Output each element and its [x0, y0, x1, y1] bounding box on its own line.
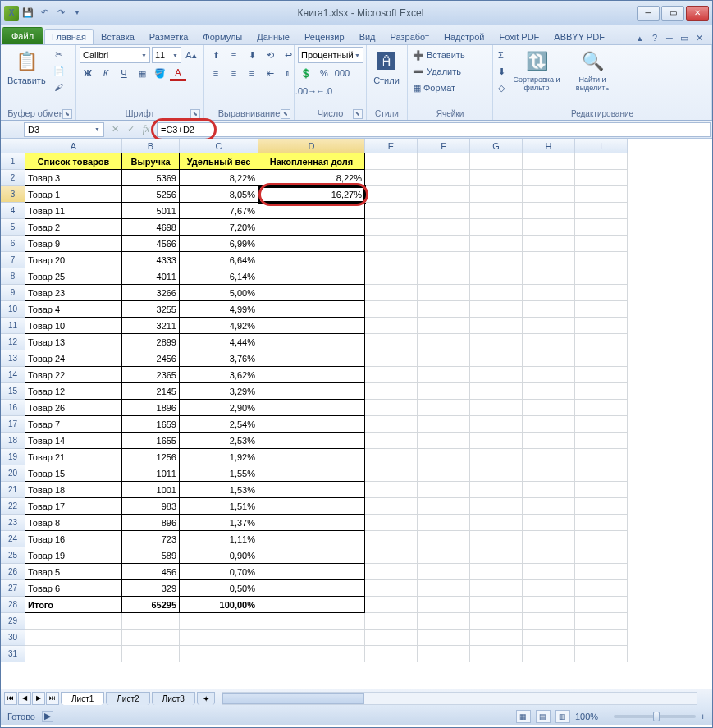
- wb-maximize-icon[interactable]: ▭: [678, 31, 691, 44]
- header-b[interactable]: Выручка: [122, 153, 180, 170]
- cell-total-c[interactable]: 100,00%: [180, 597, 258, 613]
- row-header[interactable]: 2: [1, 170, 25, 186]
- cell[interactable]: 4,92%: [180, 318, 258, 334]
- cell[interactable]: 2,90%: [180, 400, 258, 416]
- tab-developer[interactable]: Разработ: [383, 29, 436, 44]
- row-header[interactable]: 18: [1, 433, 25, 449]
- decrease-decimal-icon[interactable]: ←.0: [316, 83, 332, 99]
- cell[interactable]: 5,00%: [180, 285, 258, 301]
- align-dialog-icon[interactable]: ⬊: [281, 109, 290, 119]
- cell[interactable]: Товар 3: [25, 170, 122, 186]
- align-middle-icon[interactable]: ≡: [226, 47, 242, 63]
- row-header[interactable]: 14: [1, 367, 25, 383]
- cell[interactable]: Товар 25: [25, 268, 122, 285]
- save-button[interactable]: 💾: [21, 6, 35, 21]
- cell[interactable]: 1,55%: [180, 465, 258, 482]
- cell[interactable]: 1,51%: [180, 498, 258, 515]
- cell[interactable]: [258, 285, 365, 301]
- cell[interactable]: 6,64%: [180, 252, 258, 268]
- cell[interactable]: 2899: [122, 334, 180, 350]
- cancel-formula-icon[interactable]: ✕: [107, 122, 122, 137]
- number-dialog-icon[interactable]: ⬊: [353, 109, 363, 119]
- cell[interactable]: [258, 597, 365, 613]
- font-name-combo[interactable]: Calibri▼: [80, 47, 150, 63]
- underline-button[interactable]: Ч: [116, 65, 132, 81]
- cell[interactable]: 1659: [122, 416, 180, 433]
- col-B[interactable]: B: [122, 139, 180, 153]
- col-D[interactable]: D: [258, 139, 365, 153]
- font-color-button[interactable]: A: [170, 65, 186, 81]
- decrease-indent-icon[interactable]: ⇤: [262, 65, 278, 81]
- cell[interactable]: 5256: [122, 186, 180, 203]
- redo-button[interactable]: ↷: [53, 6, 68, 21]
- row-header[interactable]: 4: [1, 203, 25, 219]
- row-header[interactable]: 10: [1, 301, 25, 318]
- row-header[interactable]: 16: [1, 400, 25, 416]
- cell[interactable]: 456: [122, 564, 180, 580]
- cell[interactable]: 1655: [122, 433, 180, 449]
- cell[interactable]: [258, 268, 365, 285]
- wrap-text-icon[interactable]: ↩: [280, 47, 296, 63]
- cell[interactable]: 4333: [122, 252, 180, 268]
- row-header[interactable]: 27: [1, 580, 25, 597]
- tab-layout[interactable]: Разметка: [142, 29, 196, 44]
- cell[interactable]: 5011: [122, 203, 180, 219]
- cell[interactable]: [258, 236, 365, 252]
- help-icon[interactable]: ?: [648, 31, 661, 44]
- format-cells-button[interactable]: ▦Формат: [411, 80, 467, 96]
- cell[interactable]: Товар 11: [25, 203, 122, 219]
- header-a[interactable]: Список товаров: [25, 153, 122, 170]
- zoom-slider[interactable]: [614, 715, 696, 718]
- cell[interactable]: 16,27%: [258, 186, 365, 203]
- cell[interactable]: Товар 9: [25, 236, 122, 252]
- cell[interactable]: Товар 15: [25, 465, 122, 482]
- cell[interactable]: 2,53%: [180, 433, 258, 449]
- cell[interactable]: 6,14%: [180, 268, 258, 285]
- cell[interactable]: 1,11%: [180, 531, 258, 547]
- select-all-corner[interactable]: [1, 139, 25, 153]
- fx-icon[interactable]: fx: [139, 122, 153, 137]
- row-header[interactable]: 25: [1, 547, 25, 564]
- row-header[interactable]: 17: [1, 416, 25, 433]
- cell[interactable]: 0,90%: [180, 547, 258, 564]
- tab-file[interactable]: Файл: [2, 27, 43, 44]
- delete-cells-button[interactable]: ➖Удалить: [411, 63, 467, 80]
- cell[interactable]: 8,22%: [180, 170, 258, 186]
- cell[interactable]: 3,62%: [180, 367, 258, 383]
- row-header[interactable]: 8: [1, 268, 25, 285]
- orientation-icon[interactable]: ⟲: [262, 47, 278, 63]
- find-select-button[interactable]: 🔍 Найти и выделить: [566, 47, 619, 94]
- undo-button[interactable]: ↶: [37, 6, 52, 21]
- row-header[interactable]: 22: [1, 498, 25, 515]
- cell[interactable]: [258, 580, 365, 597]
- row-header[interactable]: 31: [1, 646, 25, 662]
- row-header[interactable]: 12: [1, 334, 25, 350]
- cell[interactable]: Товар 8: [25, 515, 122, 531]
- cell[interactable]: Товар 24: [25, 350, 122, 367]
- cell[interactable]: 723: [122, 531, 180, 547]
- cell[interactable]: [258, 383, 365, 400]
- sheet-next-icon[interactable]: ▶: [32, 692, 45, 705]
- excel-icon[interactable]: X: [4, 6, 19, 21]
- cell[interactable]: [258, 367, 365, 383]
- sort-filter-button[interactable]: 🔃 Сортировка и фильтр: [509, 47, 564, 94]
- sheet-tab-1[interactable]: Лист1: [61, 692, 104, 705]
- cell[interactable]: 8,05%: [180, 186, 258, 203]
- increase-decimal-icon[interactable]: .00→: [298, 83, 314, 99]
- cell[interactable]: 896: [122, 515, 180, 531]
- cell[interactable]: Товар 4: [25, 301, 122, 318]
- sheet-tab-2[interactable]: Лист2: [106, 692, 149, 705]
- horizontal-scrollbar[interactable]: [222, 692, 697, 705]
- merge-icon[interactable]: ⫾: [280, 65, 296, 81]
- cell[interactable]: [258, 465, 365, 482]
- cell[interactable]: 4011: [122, 268, 180, 285]
- cell[interactable]: 0,70%: [180, 564, 258, 580]
- row-header[interactable]: 26: [1, 564, 25, 580]
- cell[interactable]: 6,99%: [180, 236, 258, 252]
- accept-formula-icon[interactable]: ✓: [123, 122, 138, 137]
- row-header[interactable]: 3: [1, 186, 25, 203]
- view-layout-icon[interactable]: ▤: [536, 710, 551, 723]
- bold-button[interactable]: Ж: [80, 65, 96, 81]
- cell[interactable]: 2,54%: [180, 416, 258, 433]
- cell[interactable]: [258, 498, 365, 515]
